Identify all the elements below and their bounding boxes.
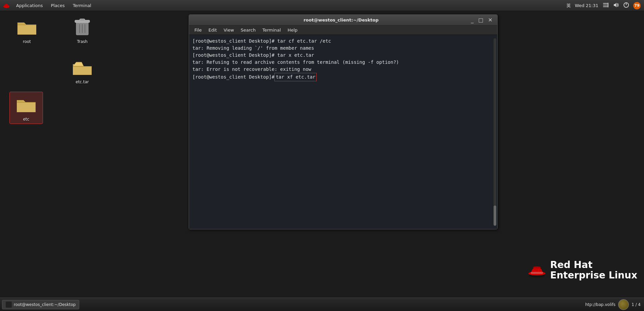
term-line-4: tar: Refusing to read archive contents f… xyxy=(192,59,494,66)
svg-rect-11 xyxy=(80,19,85,21)
redhat-text-block: Red Hat Enterprise Linux xyxy=(550,260,637,281)
desktop-icon-etctar[interactable]: etc.tar xyxy=(65,55,99,86)
minimize-button[interactable]: _ xyxy=(469,17,475,23)
taskbar-terminal-label: root@westos_client:~/Desktop xyxy=(14,302,76,307)
redhat-line1: Red Hat xyxy=(550,260,637,270)
menu-applications[interactable]: Applications xyxy=(13,2,46,9)
terminal-scrollbar[interactable] xyxy=(494,38,496,226)
root-icon-label: root xyxy=(23,39,31,44)
menu-places[interactable]: Places xyxy=(47,2,68,9)
svg-rect-4 xyxy=(608,3,608,7)
taskbar-page-indicator: 1 / 4 xyxy=(632,302,641,307)
redhat-branding: Red Hat Enterprise Linux xyxy=(527,260,637,281)
svg-rect-2 xyxy=(603,5,608,5)
svg-marker-5 xyxy=(614,3,616,7)
desktop-icon-etc[interactable]: etc xyxy=(9,92,43,124)
term-menu-help[interactable]: Help xyxy=(284,27,301,34)
trash-icon xyxy=(72,16,93,38)
desktop-icon-root[interactable]: root xyxy=(10,14,44,46)
terminal-titlebar: root@westos_client:~/Desktop _ □ ✕ xyxy=(189,15,497,26)
term-line-3: [root@westos_client Desktop]# tar x etc.… xyxy=(192,52,494,59)
term-menu-search[interactable]: Search xyxy=(237,27,259,34)
maximize-button[interactable]: □ xyxy=(477,17,485,23)
svg-point-19 xyxy=(533,266,541,268)
redhat-logo-icon xyxy=(3,2,10,9)
taskbar-url-text: htp://bap.volifs xyxy=(585,302,615,307)
term-menu-edit[interactable]: Edit xyxy=(205,27,220,34)
tar-file-icon xyxy=(72,57,93,78)
terminal-window: root@westos_client:~/Desktop _ □ ✕ File … xyxy=(189,14,498,229)
redhat-line2: Enterprise Linux xyxy=(550,270,637,281)
term-line-1: [root@westos_client Desktop]# tar cf etc… xyxy=(192,38,494,45)
taskbar: root@westos_client:~/Desktop htp://bap.v… xyxy=(0,298,644,311)
volume-icon[interactable] xyxy=(613,2,619,9)
term-line-5: tar: Error is not recoverable: exiting n… xyxy=(192,66,494,73)
taskbar-globe-icon[interactable] xyxy=(618,299,629,310)
etctar-icon-label: etc.tar xyxy=(76,80,89,84)
trash-icon-label: Trash xyxy=(77,39,88,44)
language-indicator[interactable]: 英 xyxy=(566,3,571,9)
terminal-content[interactable]: [root@westos_client Desktop]# tar cf etc… xyxy=(189,35,497,229)
terminal-scrollbar-thumb[interactable] xyxy=(494,206,496,226)
taskbar-right: htp://bap.volifs 1 / 4 xyxy=(585,299,641,310)
folder-icon xyxy=(16,16,38,38)
etc-icon-label: etc xyxy=(23,117,30,122)
svg-rect-1 xyxy=(603,3,608,4)
notification-area[interactable]: 79 xyxy=(633,2,641,9)
desktop: root Trash xyxy=(0,11,644,298)
taskbar-terminal-icon xyxy=(6,302,12,308)
taskbar-terminal-item[interactable]: root@westos_client:~/Desktop xyxy=(2,300,79,309)
term-line-2: tar: Removing leading `/' from member na… xyxy=(192,45,494,52)
top-menubar: Applications Places Terminal 英 Wed 21:31 xyxy=(0,0,644,11)
redhat-brand-icon xyxy=(527,262,547,279)
desktop-icon-trash[interactable]: Trash xyxy=(65,14,99,46)
term-line-active: [root@westos_client Desktop]# tar xf etc… xyxy=(192,73,494,81)
term-menu-view[interactable]: View xyxy=(220,27,237,34)
term-menu-file[interactable]: File xyxy=(191,27,205,34)
svg-point-0 xyxy=(3,5,9,8)
close-button[interactable]: ✕ xyxy=(487,17,494,23)
svg-rect-8 xyxy=(17,25,36,25)
power-icon[interactable] xyxy=(623,2,629,9)
svg-rect-15 xyxy=(73,66,92,67)
term-active-prompt: [root@westos_client Desktop]# xyxy=(192,74,274,81)
menu-terminal[interactable]: Terminal xyxy=(70,2,95,9)
datetime-display[interactable]: Wed 21:31 xyxy=(575,3,598,8)
svg-rect-20 xyxy=(531,272,543,274)
terminal-menubar: File Edit View Search Terminal Help xyxy=(189,26,497,35)
window-controls: _ □ ✕ xyxy=(469,17,494,23)
terminal-title: root@westos_client:~/Desktop xyxy=(213,17,469,23)
etc-folder-icon xyxy=(15,94,37,116)
svg-rect-16 xyxy=(17,102,36,103)
term-active-command: tar xf etc.tar xyxy=(274,73,317,81)
network-icon[interactable] xyxy=(602,2,609,9)
term-menu-terminal[interactable]: Terminal xyxy=(259,27,284,34)
svg-rect-3 xyxy=(603,6,608,7)
notification-badge: 79 xyxy=(633,2,641,9)
